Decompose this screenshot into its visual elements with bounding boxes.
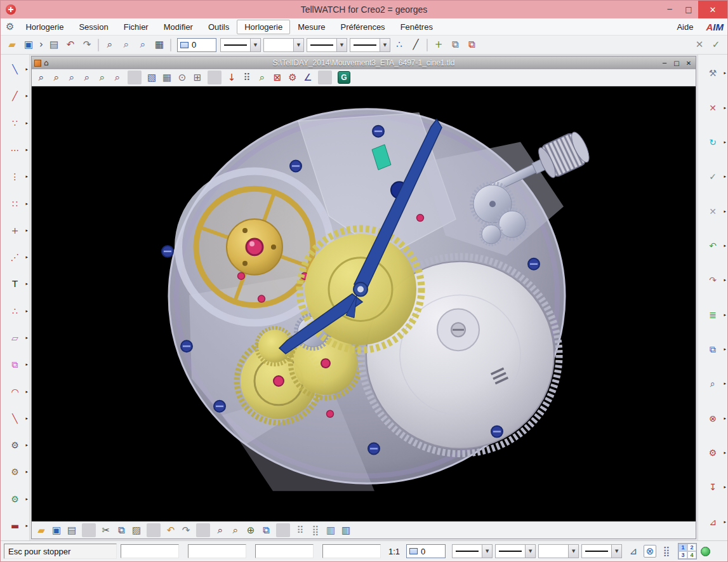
flyout-arrow-icon[interactable]: ▸ xyxy=(724,70,726,76)
status-input[interactable] xyxy=(188,544,246,558)
wireframe-view-icon[interactable]: ▦ xyxy=(160,70,174,84)
flyout-arrow-icon[interactable]: ▸ xyxy=(724,174,726,179)
toolbox-icon[interactable]: ⚒ ▸ xyxy=(698,56,727,90)
doc-close-button[interactable]: ✕ xyxy=(684,60,693,67)
line-tool[interactable]: ╲ ▸ xyxy=(1,56,29,83)
target-icon[interactable]: ⊗ ▸ xyxy=(698,401,727,436)
pin-icon[interactable]: ↧ ▸ xyxy=(698,470,727,504)
status-line-width-select[interactable]: ▼ xyxy=(538,544,579,558)
flyout-arrow-icon[interactable]: ▸ xyxy=(25,416,28,421)
validate-icon[interactable]: ✓ ▸ xyxy=(698,159,727,194)
flyout-arrow-icon[interactable]: ▸ xyxy=(25,147,28,152)
redo-icon[interactable]: ↷ xyxy=(79,37,95,53)
save-more-arrow-icon[interactable]: › xyxy=(37,37,45,53)
flyout-arrow-icon[interactable]: ▸ xyxy=(724,416,726,421)
dropdown-arrow-icon[interactable]: ▼ xyxy=(611,545,621,558)
dropdown-arrow-icon[interactable]: ▼ xyxy=(482,545,492,558)
g-button[interactable]: G xyxy=(338,71,350,84)
flyout-arrow-icon[interactable]: ▸ xyxy=(724,519,726,525)
points-dense-tool[interactable]: ∴ ▸ xyxy=(1,298,29,324)
save-icon[interactable]: ▣ xyxy=(21,37,36,53)
kinematics-icon[interactable]: ⚙ xyxy=(286,70,300,84)
page-2[interactable]: 2 xyxy=(687,544,696,551)
page-3[interactable]: 3 xyxy=(678,551,687,559)
point-tool[interactable]: ∵ ▸ xyxy=(1,110,29,137)
flyout-arrow-icon[interactable]: ▸ xyxy=(25,121,28,126)
shape-tool[interactable]: ▱ ▸ xyxy=(1,324,29,351)
shape-copy-tool[interactable]: ⧉ ▸ xyxy=(1,351,29,378)
flyout-arrow-icon[interactable]: ▸ xyxy=(724,450,726,455)
zoom-in-icon[interactable]: ⌕ xyxy=(102,37,117,53)
menu-aide[interactable]: Aide xyxy=(669,20,701,34)
flyout-arrow-icon[interactable]: ▸ xyxy=(25,335,28,340)
text-tool[interactable]: T ▸ xyxy=(1,271,29,297)
grid-large-icon[interactable]: ⣿ xyxy=(308,523,322,537)
flyout-arrow-icon[interactable]: ▸ xyxy=(25,469,28,474)
menu-fenetres[interactable]: Fenêtres xyxy=(393,20,440,34)
layers-icon[interactable]: ⧉ ▸ xyxy=(698,332,727,366)
menu-outils[interactable]: Outils xyxy=(201,20,237,34)
window-icon[interactable]: ⧉ xyxy=(259,523,273,537)
open-folder-icon[interactable]: ▰ xyxy=(34,523,48,537)
menu-horlogerie[interactable]: Horlogerie xyxy=(18,20,71,34)
rack-fine-icon[interactable]: ▥ xyxy=(339,523,353,537)
zoom-in-icon[interactable]: ⌕ xyxy=(34,70,48,84)
flyout-arrow-icon[interactable]: ▸ xyxy=(25,389,28,394)
menu-fichier[interactable]: Fichier xyxy=(116,20,156,34)
doc-minimize-button[interactable]: ─ xyxy=(660,60,669,67)
viewport-canvas[interactable] xyxy=(32,86,696,521)
four-views-icon[interactable]: ⊞ xyxy=(190,70,204,84)
copy-icon[interactable]: ⧉ xyxy=(114,523,128,537)
maximize-button[interactable]: □ xyxy=(679,1,698,18)
zoom-out-icon[interactable]: ⌕ xyxy=(50,70,63,84)
zoom-sphere-icon[interactable]: ⌕ xyxy=(135,37,150,53)
print-icon[interactable]: ▤ xyxy=(65,523,79,537)
save-icon[interactable]: ▣ xyxy=(50,523,63,537)
grid-snap-icon[interactable]: ⣿ xyxy=(659,544,674,559)
flyout-arrow-icon[interactable]: ▸ xyxy=(25,255,28,260)
gear-tool[interactable]: ⚙ ▸ xyxy=(1,432,29,458)
points-diagonal-tool[interactable]: ⋰ ▸ xyxy=(1,244,29,271)
redo-red-icon[interactable]: ↷ ▸ xyxy=(698,263,727,297)
app-menu-icon[interactable]: ⚙ xyxy=(6,22,14,32)
status-line-type-select[interactable]: ▼ xyxy=(495,544,536,558)
zoom-window-icon[interactable]: ⌕ xyxy=(65,70,79,84)
zoom-all-icon[interactable]: ⌕ xyxy=(95,70,109,84)
flyout-arrow-icon[interactable]: ▸ xyxy=(25,362,28,367)
dropdown-arrow-icon[interactable]: ▼ xyxy=(293,39,303,51)
status-input[interactable] xyxy=(255,544,314,558)
red-box-icon[interactable]: ⊠ xyxy=(270,70,284,84)
paste-icon[interactable]: ▨ xyxy=(129,523,143,537)
dropdown-arrow-icon[interactable]: ▼ xyxy=(336,39,347,51)
kinematic-gears-icon[interactable]: ⚙ ▸ xyxy=(698,436,727,470)
snap-angle-icon[interactable]: ⊿ xyxy=(626,544,641,559)
viewport-pages[interactable]: 1 2 3 4 xyxy=(678,543,697,559)
flyout-arrow-icon[interactable]: ▸ xyxy=(724,278,726,283)
axis-point-tool[interactable]: + ▸ xyxy=(1,217,29,244)
flyout-arrow-icon[interactable]: ▸ xyxy=(25,67,28,72)
layer-field[interactable]: 0 xyxy=(406,544,446,558)
zoom-previous-icon[interactable]: ⌕ xyxy=(80,70,94,84)
undo-green-icon[interactable]: ↶ ▸ xyxy=(698,229,727,263)
move-icon[interactable]: + xyxy=(431,37,446,53)
line-style-select[interactable]: ▼ xyxy=(220,38,261,52)
points-column-tool[interactable]: ⋮ ▸ xyxy=(1,163,29,190)
flyout-arrow-icon[interactable]: ▸ xyxy=(724,105,726,110)
delete-icon[interactable]: ✕ xyxy=(692,37,707,53)
menu-preferences[interactable]: Préférences xyxy=(333,20,393,34)
red-line-tool[interactable]: ╲ ▸ xyxy=(1,405,29,432)
flyout-arrow-icon[interactable]: ▸ xyxy=(25,93,28,98)
flyout-arrow-icon[interactable]: ▸ xyxy=(724,485,726,490)
doc-restore-button[interactable]: □ xyxy=(672,60,681,67)
points-row-tool[interactable]: ⋯ ▸ xyxy=(1,137,29,163)
status-input[interactable] xyxy=(121,544,179,558)
page-4[interactable]: 4 xyxy=(687,551,696,559)
verify-icon[interactable]: ⌕ xyxy=(255,70,269,84)
flyout-arrow-icon[interactable]: ▸ xyxy=(724,347,726,352)
status-line-style-select[interactable]: ▼ xyxy=(452,544,493,558)
menu-modifier[interactable]: Modifier xyxy=(156,20,201,34)
page-1[interactable]: 1 xyxy=(678,544,687,551)
undo-icon[interactable]: ↶ xyxy=(63,37,78,53)
zoom-icon[interactable]: ⌕ xyxy=(213,523,227,537)
import-icon[interactable]: ↓ xyxy=(225,70,239,84)
